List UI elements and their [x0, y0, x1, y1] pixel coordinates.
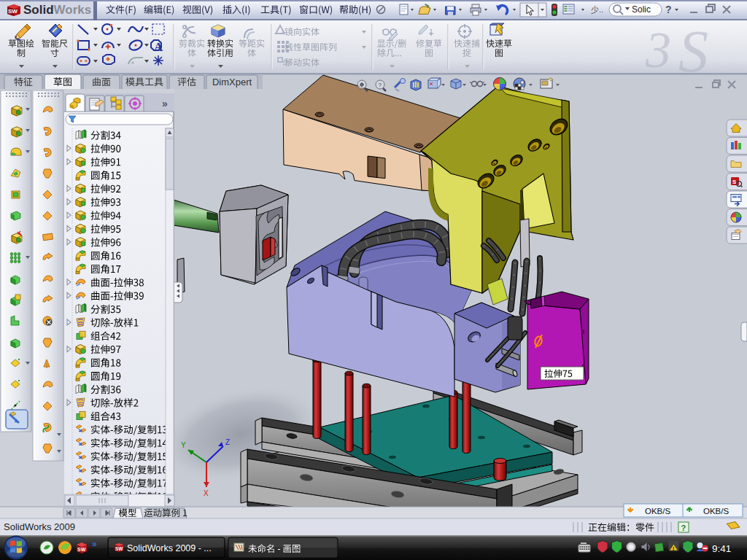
svg-text:?: ? — [379, 82, 382, 88]
svg-text:SW: SW — [77, 547, 86, 552]
svg-text:SW: SW — [8, 8, 18, 15]
svg-text:SW: SW — [115, 546, 123, 551]
svg-text:SolidWorks 2009 - ...: SolidWorks 2009 - ... — [127, 543, 212, 553]
svg-text:X: X — [204, 489, 209, 497]
svg-text:!: ! — [282, 27, 284, 34]
svg-text:?: ? — [665, 4, 672, 15]
svg-text:»: » — [92, 539, 97, 549]
svg-text:Z: Z — [225, 438, 230, 446]
svg-text:SolidWorks: SolidWorks — [23, 3, 91, 17]
svg-text:»: » — [162, 98, 168, 109]
svg-text:Solic: Solic — [632, 4, 651, 15]
svg-text:3: 3 — [645, 22, 671, 78]
svg-text:SolidWorks 2009: SolidWorks 2009 — [4, 521, 75, 532]
svg-text:9:41: 9:41 — [712, 543, 731, 554]
svg-text:Y: Y — [181, 441, 186, 449]
svg-text:!: ! — [673, 546, 674, 551]
svg-text:OKB/S: OKB/S — [703, 507, 729, 516]
svg-text:DimXpert: DimXpert — [212, 77, 252, 88]
svg-text:A: A — [154, 40, 163, 54]
svg-text:?: ? — [681, 524, 686, 532]
svg-text:少..: 少.. — [591, 5, 603, 14]
svg-text:OKB/S: OKB/S — [645, 507, 670, 516]
